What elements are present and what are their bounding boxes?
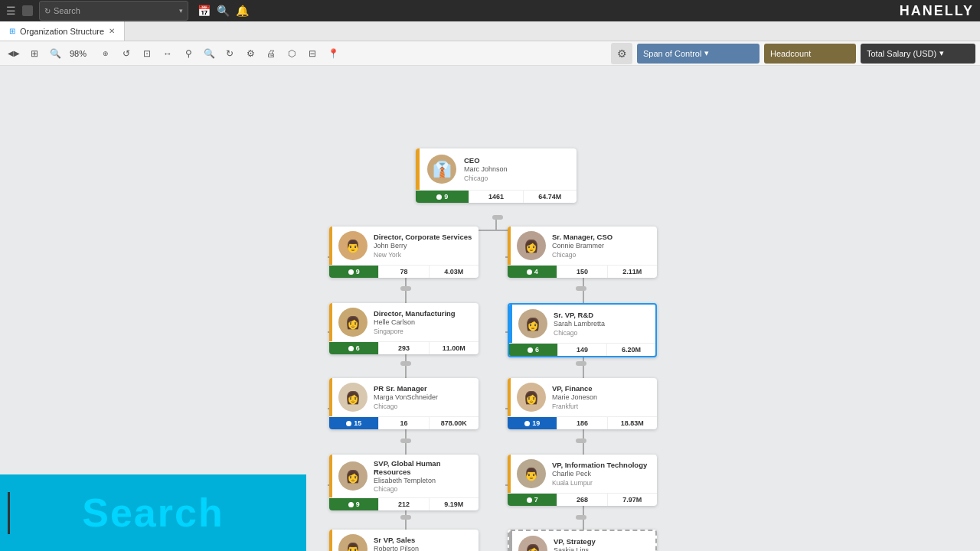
ceo-stat3: 64.74M	[524, 191, 577, 203]
node-svp-hr[interactable]: 👩 SVP, Global Human Resources Elisabeth …	[329, 455, 479, 510]
settings2-icon[interactable]: ⚙	[241, 44, 260, 63]
total-salary-dropdown[interactable]: Total Salary (USD) ▾	[861, 44, 975, 64]
sr-vp-rd-title: Sr. VP, R&D	[554, 311, 649, 319]
svg-rect-18	[576, 286, 586, 291]
tab-org-structure[interactable]: ⊞ Organization Structure ✕	[0, 21, 125, 41]
find-icon[interactable]: 🔍	[217, 5, 230, 17]
print-icon[interactable]: 🖨	[262, 44, 280, 63]
svp-hr-stat2: 212	[379, 498, 429, 510]
director-mfg-stat2: 293	[379, 342, 429, 354]
node-sr-vp-sales[interactable]: 👨 Sr VP, Sales Roberto Pilson Chicago 6 …	[329, 530, 479, 551]
vp-finance-loc: Frankfurt	[552, 403, 651, 410]
export-icon[interactable]: ⬡	[283, 44, 301, 63]
ceo-avatar: 👔	[427, 155, 456, 184]
collapse-icon[interactable]: ◀▶	[5, 44, 23, 63]
svp-hr-stat1: 9	[329, 498, 379, 510]
pr-sr-manager-stat3: 878.00K	[430, 417, 479, 429]
vp-it-stat3: 7.97M	[608, 494, 657, 506]
hamburger-icon[interactable]: ☰	[6, 5, 16, 17]
vp-finance-name: Marie Joneson	[552, 393, 651, 403]
toolbar: ◀▶ ⊞ 🔍 98% ⊕ ↺ ⊡ ↔ ⚲ 🔍 ↻ ⚙ 🖨 ⬡ ⊟ 📍 ⚙ Spa…	[0, 41, 980, 66]
director-mfg-name: Helle Carlson	[374, 318, 472, 328]
span-of-control-label: Span of Control	[643, 49, 701, 58]
sr-vp-rd-stat1: 6	[509, 344, 558, 356]
ceo-title: CEO	[464, 156, 569, 165]
search-toolbar-icon[interactable]: 🔍	[200, 44, 218, 63]
svg-rect-17	[400, 515, 411, 520]
bell-icon[interactable]: 🔔	[236, 5, 249, 17]
span-of-control-dropdown[interactable]: Span of Control ▾	[637, 44, 760, 64]
sr-manager-cso-name: Connie Brammer	[552, 242, 651, 251]
search-input[interactable]: Search	[54, 3, 176, 18]
dropdown-arrow-sal: ▾	[939, 48, 944, 58]
ceo-node[interactable]: 👔 CEO Marc Johnson Chicago 9 1461 64.74M	[416, 148, 577, 203]
svg-rect-22	[492, 215, 503, 220]
expand-icon[interactable]: ↔	[158, 44, 177, 63]
pr-sr-manager-name: Marga VonSchneider	[374, 393, 472, 403]
sr-vp-rd-name: Sarah Lambretta	[554, 320, 649, 329]
tab-bar: ⊞ Organization Structure ✕	[0, 21, 980, 41]
layout-icon[interactable]: ⊞	[25, 44, 44, 63]
svp-hr-title: SVP, Global Human Resources	[374, 459, 472, 477]
ceo-stats: 9 1461 64.74M	[416, 190, 577, 203]
node-director-mfg[interactable]: 👩 Director, Manufacturing Helle Carlson …	[329, 303, 479, 354]
sr-manager-cso-stat3: 2.11M	[608, 266, 657, 278]
sr-vp-rd-loc: Chicago	[554, 329, 649, 337]
app-logo: HANELLY	[900, 3, 974, 19]
gear-button[interactable]: ⚙	[611, 43, 632, 64]
vp-strategy-title: VP, Strategy	[554, 537, 649, 546]
rotate-icon[interactable]: ↻	[220, 44, 239, 63]
node-sr-manager-cso[interactable]: 👩 Sr. Manager, CSO Connie Brammer Chicag…	[508, 227, 657, 278]
vp-it-name: Charlie Peck	[552, 470, 651, 479]
pr-sr-manager-stat2: 16	[379, 417, 429, 429]
sr-vp-sales-name: Roberto Pilson	[374, 545, 472, 551]
director-mfg-avatar: 👩	[338, 308, 368, 337]
org-chart-canvas: 👔 CEO Marc Johnson Chicago 9 1461 64.74M…	[0, 66, 980, 551]
vp-finance-title: VP, Finance	[552, 384, 651, 393]
director-corp-avatar: 👨	[338, 231, 368, 260]
director-mfg-loc: Singapore	[374, 328, 472, 335]
sr-manager-cso-avatar: 👩	[517, 231, 546, 260]
fit-icon[interactable]: ⊡	[138, 44, 156, 63]
sr-manager-cso-stat1: 4	[508, 266, 557, 278]
director-corp-loc: New York	[374, 251, 472, 259]
tab-label: Organization Structure	[20, 27, 104, 36]
director-corp-stat2: 78	[379, 266, 429, 278]
sr-vp-rd-stat3: 6.20M	[607, 344, 655, 356]
vp-finance-stat1: 19	[508, 417, 557, 429]
pr-sr-manager-loc: Chicago	[374, 403, 472, 410]
node-vp-it[interactable]: 👨 VP, Information Technology Charlie Pec…	[508, 455, 657, 506]
title-bar: ☰ ↻ Search ▾ 📅 🔍 🔔 HANELLY	[0, 0, 980, 21]
svg-rect-14	[400, 286, 411, 291]
svg-rect-20	[576, 439, 586, 443]
node-director-corp[interactable]: 👨 Director, Corporate Services John Berr…	[329, 227, 479, 278]
refresh-dropdown[interactable]: ↻ Search ▾	[39, 1, 188, 21]
grid-icon[interactable]	[22, 5, 33, 16]
director-corp-stat1: 9	[329, 266, 379, 278]
vp-strategy-name: Saskia Lins	[554, 546, 649, 551]
vp-finance-stat3: 18.83M	[608, 417, 657, 429]
close-icon[interactable]: ✕	[109, 27, 115, 35]
node-sr-vp-rd[interactable]: 👩 Sr. VP, R&D Sarah Lambretta Chicago 6 …	[508, 303, 657, 357]
node-vp-finance[interactable]: 👩 VP, Finance Marie Joneson Frankfurt 19…	[508, 378, 657, 429]
sr-manager-cso-stat2: 150	[557, 266, 607, 278]
compare-icon[interactable]: ⊟	[303, 44, 322, 63]
search-cursor	[8, 492, 10, 534]
vp-it-loc: Kuala Lumpur	[552, 479, 651, 487]
ceo-stat1: 9	[416, 191, 469, 203]
filter-icon[interactable]: ⚲	[179, 44, 198, 63]
node-vp-strategy[interactable]: 👩 VP, Strategy Saskia Lins Chicago - 1 1…	[508, 530, 657, 551]
pr-sr-manager-title: PR Sr. Manager	[374, 384, 472, 393]
vp-it-avatar: 👨	[517, 459, 546, 488]
total-salary-label: Total Salary (USD)	[867, 49, 936, 58]
zoom-cursor[interactable]: ⊕	[96, 44, 115, 63]
pin-icon[interactable]: 📍	[324, 44, 342, 63]
zoom-out-icon[interactable]: 🔍	[46, 44, 64, 63]
reset-icon[interactable]: ↺	[117, 44, 136, 63]
calendar-icon[interactable]: 📅	[198, 5, 211, 17]
director-mfg-stat3: 11.00M	[430, 342, 479, 354]
svp-hr-stat3: 9.19M	[430, 498, 479, 510]
headcount-dropdown[interactable]: Headcount	[764, 44, 856, 64]
tab-icon: ⊞	[9, 27, 15, 35]
node-pr-sr-manager[interactable]: 👩 PR Sr. Manager Marga VonSchneider Chic…	[329, 378, 479, 429]
